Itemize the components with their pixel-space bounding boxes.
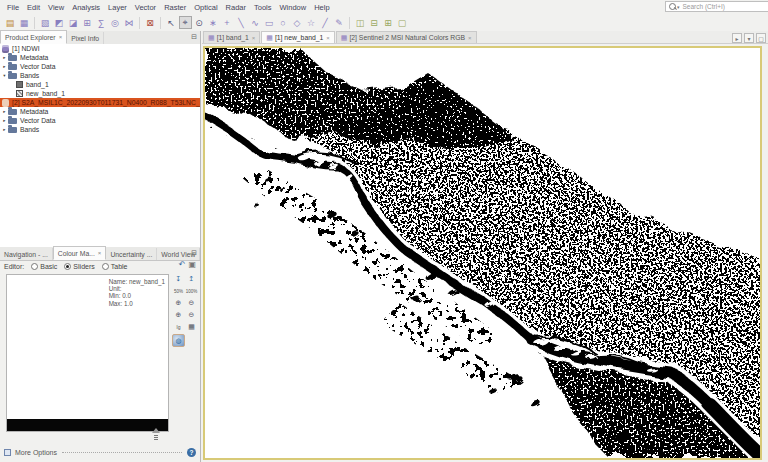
band-maths-icon[interactable]: ∑ (95, 16, 108, 29)
zoom-in-horizontal-icon[interactable]: ⊕ (173, 298, 185, 308)
tile-vertically-icon[interactable]: ⊟ (368, 16, 381, 29)
tree-item-vector-data-2[interactable]: ▸ Vector Data (0, 116, 200, 125)
selection-tool-icon[interactable]: ↖ (165, 16, 178, 29)
zoom-out-vertical-icon[interactable]: ⊖ (186, 310, 198, 320)
zoom-out-horizontal-icon[interactable]: ⊖ (186, 298, 198, 308)
menu-vector[interactable]: Vector (131, 3, 160, 12)
doc-tab-band-1[interactable]: ▦ [1] band_1 × (203, 31, 260, 43)
menu-layer[interactable]: Layer (104, 3, 131, 12)
scroll-tabs-icon[interactable]: ▸ (732, 33, 742, 43)
radio-sliders[interactable] (64, 263, 71, 270)
export-palette-icon[interactable]: ↥ (186, 274, 198, 284)
pencil-tool-icon[interactable]: ✎ (333, 16, 346, 29)
product-library-icon[interactable]: ⊠ (144, 16, 157, 29)
pin-tool-icon[interactable]: + (221, 16, 234, 29)
zoom-horizontal-100-icon[interactable]: 100% (186, 286, 198, 296)
save-session-icon[interactable]: ▧ (39, 16, 52, 29)
chevron-right-icon[interactable]: ▸ (1, 55, 8, 60)
multi-apply-icon[interactable]: ▣ (188, 260, 196, 269)
menu-raster[interactable]: Raster (160, 3, 190, 12)
ruler-tool-icon[interactable]: ╱ (319, 16, 332, 29)
maximize-view-icon[interactable]: ▢ (756, 33, 766, 43)
magic-wand-icon[interactable]: ☆ (305, 16, 318, 29)
tree-item-bands-2[interactable]: ▸ Bands (0, 125, 200, 134)
line-tool-icon[interactable]: ╲ (235, 16, 248, 29)
image-view[interactable] (203, 46, 762, 460)
save-product-icon[interactable]: ▦ (18, 16, 31, 29)
ramp-slider-handle[interactable] (152, 428, 160, 433)
menu-tools[interactable]: Tools (250, 3, 276, 12)
chevron-right-icon[interactable]: ▸ (1, 64, 8, 69)
minimize-panel-icon[interactable]: ⊟ (191, 33, 197, 41)
chevron-right-icon[interactable]: ▸ (1, 118, 8, 123)
tree-item-band-1[interactable]: band_1 (0, 80, 200, 89)
menu-optical[interactable]: Optical (190, 3, 221, 12)
radio-table-label[interactable]: Table (111, 263, 128, 270)
tree-item-product-1[interactable]: [1] NDWI (0, 44, 200, 53)
ndwi-raster-image[interactable] (205, 48, 762, 458)
rectangle-tool-icon[interactable]: ▭ (263, 16, 276, 29)
subset-icon[interactable]: ⊞ (81, 16, 94, 29)
tile-horizontally-icon[interactable]: ◫ (354, 16, 367, 29)
tab-pixel-info[interactable]: Pixel Info (67, 32, 104, 44)
menu-analysis[interactable]: Analysis (68, 3, 104, 12)
help-icon[interactable]: ? (187, 448, 196, 457)
tab-uncertainty[interactable]: Uncertainty ... (106, 248, 157, 260)
menu-window[interactable]: Window (276, 3, 311, 12)
radio-table[interactable] (102, 263, 109, 270)
zoom-tool-icon[interactable]: ⊙ (193, 16, 206, 29)
zoom-horizontal-50-icon[interactable]: 50% (173, 286, 185, 296)
reset-icon[interactable]: ↶ (179, 260, 186, 269)
tab-navigation[interactable]: Navigation - ... (0, 248, 53, 260)
pan-tool-icon[interactable]: ⌖ (179, 16, 192, 29)
doc-tab-new-band-1[interactable]: ▦ [1] new_band_1 × (261, 31, 335, 43)
minimize-panel-icon[interactable]: ⊟ (191, 249, 197, 257)
reprojection-icon[interactable]: ◎ (109, 16, 122, 29)
ellipse-tool-icon[interactable]: ○ (277, 16, 290, 29)
search-input[interactable]: ▾ Search (Ctrl+I) (665, 1, 768, 12)
close-icon[interactable]: × (98, 250, 102, 256)
chevron-right-icon[interactable]: ▸ (1, 109, 8, 114)
palette-grid-icon[interactable]: ▦ (186, 322, 198, 332)
close-icon[interactable]: × (59, 34, 63, 40)
chevron-down-icon[interactable]: ▾ (1, 73, 8, 78)
close-icon[interactable]: × (252, 35, 256, 41)
tile-grid-icon[interactable]: ⊞ (382, 16, 395, 29)
tree-item-vector-data[interactable]: ▸ Vector Data (0, 62, 200, 71)
tree-item-metadata-2[interactable]: ▸ Metadata (0, 107, 200, 116)
colour-ramp[interactable] (7, 419, 168, 431)
export-icon[interactable]: ◪ (67, 16, 80, 29)
tree-item-new-band-1[interactable]: new_band_1 (0, 89, 200, 98)
close-icon[interactable]: × (468, 35, 472, 41)
tree-item-bands[interactable]: ▾ Bands (0, 71, 200, 80)
tab-list-icon[interactable]: ▾ (744, 33, 754, 43)
radio-sliders-label[interactable]: Sliders (73, 263, 94, 270)
histogram-area[interactable]: Name: new_band_1 Unit: Min: 0.0 Max: 1.0 (6, 274, 169, 432)
polygon-tool-icon[interactable]: ◇ (291, 16, 304, 29)
zoom-in-vertical-icon[interactable]: ⊕ (173, 310, 185, 320)
menu-help[interactable]: Help (310, 3, 333, 12)
tab-product-explorer[interactable]: Product Explorer × (0, 30, 67, 44)
gcp-tool-icon[interactable]: ∗ (207, 16, 220, 29)
radio-basic[interactable] (31, 263, 38, 270)
globe-3d-icon[interactable]: ◍ (172, 334, 185, 347)
menu-view[interactable]: View (44, 3, 68, 12)
menu-file[interactable]: File (3, 3, 23, 12)
close-icon[interactable]: × (326, 35, 330, 41)
open-product-icon[interactable]: ▤ (4, 16, 17, 29)
import-icon[interactable]: ◩ (53, 16, 66, 29)
tree-item-metadata[interactable]: ▸ Metadata (0, 53, 200, 62)
tile-single-icon[interactable]: ▢ (396, 16, 409, 29)
tab-colour-manipulation[interactable]: Colour Ma... × (53, 246, 107, 260)
import-palette-icon[interactable]: ↧ (173, 274, 185, 284)
menu-edit[interactable]: Edit (23, 3, 44, 12)
graph-builder-icon[interactable]: ⋈ (123, 16, 136, 29)
radio-basic-label[interactable]: Basic (40, 263, 57, 270)
menu-radar[interactable]: Radar (222, 3, 250, 12)
log-scale-icon[interactable]: lg (173, 322, 185, 332)
chevron-right-icon[interactable]: ▸ (1, 127, 8, 132)
polyline-tool-icon[interactable]: ∿ (249, 16, 262, 29)
more-options-label[interactable]: More Options (15, 449, 57, 456)
doc-tab-sentinel-rgb[interactable]: ▦ [2] Sentinel 2 MSI Natural Colors RGB … (336, 31, 477, 43)
expand-more-options-icon[interactable] (4, 449, 11, 456)
